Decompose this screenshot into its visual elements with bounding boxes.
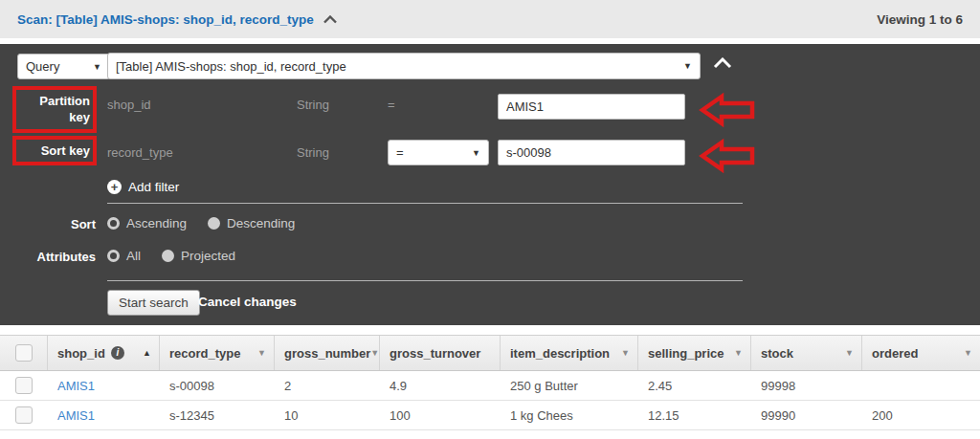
dropdown-caret-icon: ▼ xyxy=(93,62,101,72)
sort-order-label: Sort xyxy=(0,217,96,231)
scan-title: Scan: [Table] AMIS-shops: shop_id, recor… xyxy=(17,12,337,27)
radio-ascending-label: Ascending xyxy=(126,216,187,230)
cell-gross-turnover: 100 xyxy=(380,408,501,423)
radio-descending-label: Descending xyxy=(227,216,295,230)
table-row: AMIS1 s-00098 2 4.9 250 g Butter 2.45 99… xyxy=(0,371,980,401)
column-label: gross_number xyxy=(284,346,370,361)
sort-attr-type: String xyxy=(297,145,329,160)
column-header-shop-id[interactable]: shop_id i ▲ xyxy=(48,336,160,370)
column-caret-icon[interactable]: ▼ xyxy=(964,348,972,358)
start-search-button[interactable]: Start search xyxy=(107,290,200,316)
add-filter-label: Add filter xyxy=(128,180,179,194)
cell-record-type: s-00098 xyxy=(160,379,275,393)
collapse-query-form-icon[interactable] xyxy=(713,57,732,69)
cell-record-type: s-12345 xyxy=(160,408,275,423)
scan-header-bar: Scan: [Table] AMIS-shops: shop_id, recor… xyxy=(0,0,980,38)
table-index-select-value: [Table] AMIS-shops: shop_id, record_type xyxy=(116,59,346,74)
cell-gross-turnover: 4.9 xyxy=(380,379,501,393)
column-label: selling_price xyxy=(648,346,724,361)
row-checkbox[interactable] xyxy=(15,377,33,394)
table-row: AMIS1 s-12345 10 100 1 kg Chees 12.15 99… xyxy=(0,401,980,430)
query-builder-panel: Query ▼ [Table] AMIS-shops: shop_id, rec… xyxy=(0,44,980,325)
cell-gross-number: 10 xyxy=(275,408,380,423)
attributes-options: All Projected xyxy=(107,249,235,263)
sort-order-options: Ascending Descending xyxy=(107,216,295,230)
radio-selected-icon[interactable] xyxy=(107,250,120,262)
dropdown-caret-icon: ▼ xyxy=(683,61,692,71)
table-header-row: shop_id i ▲ record_type ▼ gross_number ▼… xyxy=(0,335,980,371)
column-header-gross-turnover[interactable]: gross_turnover xyxy=(380,336,501,370)
column-label: item_description xyxy=(510,346,610,361)
cell-item-description: 1 kg Chees xyxy=(501,408,638,423)
sort-operator-value: = xyxy=(396,145,404,160)
column-caret-icon[interactable]: ▼ xyxy=(621,348,630,358)
sort-operator-select[interactable]: = ▼ xyxy=(388,140,489,165)
cell-stock: 99998 xyxy=(751,379,862,393)
column-caret-icon[interactable]: ▼ xyxy=(370,348,379,358)
radio-ascending[interactable]: Ascending xyxy=(107,216,187,230)
column-header-record-type[interactable]: record_type ▼ xyxy=(160,336,275,370)
sort-value-input[interactable] xyxy=(498,140,685,165)
partition-annotation-arrow xyxy=(697,92,758,128)
radio-projected[interactable]: Projected xyxy=(162,249,235,263)
column-header-selling-price[interactable]: selling_price ▼ xyxy=(638,336,751,370)
column-caret-icon[interactable]: ▼ xyxy=(845,348,854,358)
panel-divider xyxy=(107,203,743,204)
collapse-section-icon[interactable] xyxy=(323,15,337,24)
cell-gross-number: 2 xyxy=(275,379,380,393)
select-all-checkbox[interactable] xyxy=(15,344,33,362)
panel-divider xyxy=(107,280,743,281)
column-caret-icon[interactable]: ▼ xyxy=(734,348,743,358)
radio-projected-label: Projected xyxy=(181,249,235,263)
column-label: ordered xyxy=(872,346,918,361)
partition-key-annotation-box xyxy=(12,86,97,133)
sort-annotation-arrow xyxy=(697,138,758,174)
radio-all-label: All xyxy=(126,249,141,263)
cancel-changes-link[interactable]: Cancel changes xyxy=(198,295,297,309)
scan-title-text: Scan: [Table] AMIS-shops: shop_id, recor… xyxy=(17,12,314,27)
viewing-range-label: Viewing 1 to 6 xyxy=(877,12,963,27)
info-icon[interactable]: i xyxy=(111,346,124,360)
sort-attr-name: record_type xyxy=(107,145,173,160)
column-header-ordered[interactable]: ordered ▼ xyxy=(862,336,980,370)
table-index-select[interactable]: [Table] AMIS-shops: shop_id, record_type… xyxy=(107,53,701,79)
column-label: stock xyxy=(761,346,793,361)
radio-descending[interactable]: Descending xyxy=(208,216,295,230)
sort-key-annotation-box xyxy=(12,136,97,165)
cell-selling-price: 2.45 xyxy=(638,379,751,393)
radio-unselected-icon[interactable] xyxy=(162,250,174,262)
attributes-label: Attributes xyxy=(0,250,96,264)
column-header-gross-number[interactable]: gross_number ▼ xyxy=(275,336,380,370)
partition-attr-type: String xyxy=(297,98,329,112)
row-checkbox[interactable] xyxy=(15,406,33,424)
column-caret-icon[interactable]: ▼ xyxy=(257,348,266,358)
add-filter-button[interactable]: + Add filter xyxy=(107,180,179,194)
column-label: record_type xyxy=(169,346,240,361)
radio-selected-icon[interactable] xyxy=(107,217,120,230)
column-header-stock[interactable]: stock ▼ xyxy=(751,336,862,370)
operation-select-value: Query xyxy=(26,59,59,74)
partition-value-input[interactable] xyxy=(498,94,685,120)
radio-unselected-icon[interactable] xyxy=(208,217,220,230)
column-header-item-description[interactable]: item_description ▼ xyxy=(501,336,638,370)
select-all-cell xyxy=(0,336,48,370)
column-label: shop_id xyxy=(57,346,105,361)
results-table: shop_id i ▲ record_type ▼ gross_number ▼… xyxy=(0,335,980,430)
cell-item-description: 250 g Butter xyxy=(501,379,638,393)
column-label: gross_turnover xyxy=(390,346,480,361)
operation-select[interactable]: Query ▼ xyxy=(17,54,110,79)
dropdown-caret-icon: ▼ xyxy=(472,148,480,158)
cell-selling-price: 12.15 xyxy=(638,408,751,423)
cell-shop-id[interactable]: AMIS1 xyxy=(48,408,160,423)
radio-all[interactable]: All xyxy=(107,249,141,263)
cell-stock: 99990 xyxy=(751,408,862,423)
plus-icon: + xyxy=(107,180,122,194)
sort-ascending-icon[interactable]: ▲ xyxy=(143,348,151,358)
partition-operator: = xyxy=(388,98,395,112)
cell-shop-id[interactable]: AMIS1 xyxy=(48,379,160,393)
partition-attr-name: shop_id xyxy=(107,98,151,112)
cell-ordered: 200 xyxy=(862,408,980,423)
